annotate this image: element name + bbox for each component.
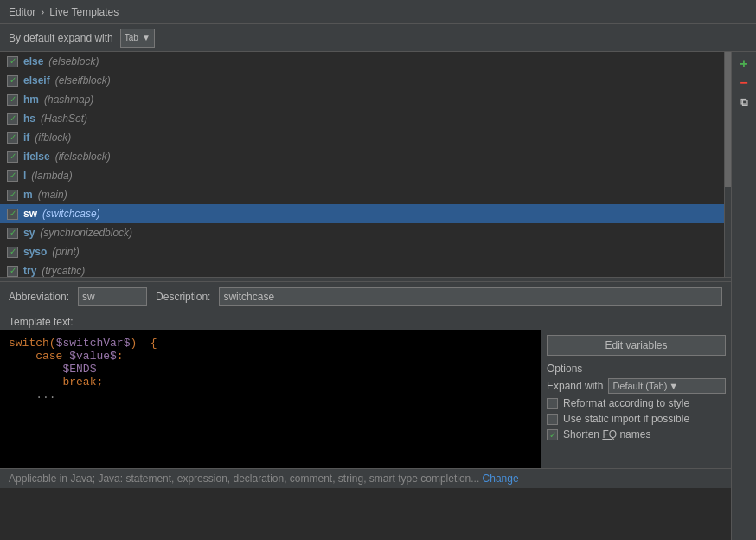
list-item-abbr: m [23, 189, 33, 201]
list-item-abbr: elseif [23, 74, 50, 87]
list-item-abbr: l [23, 170, 26, 182]
list-item-desc: (trycathc) [42, 265, 85, 277]
expand-with-dropdown[interactable]: Tab ▼ [120, 29, 155, 48]
bottom-panel: Abbreviation: Description: Template text… [0, 282, 731, 488]
static-import-label: Use static import if possible [563, 413, 689, 425]
template-list: else(elseblock)elseif(elseifblock)hm(has… [0, 52, 724, 277]
list-item-checkbox[interactable] [7, 228, 18, 239]
options-expand-label: Expand with [547, 380, 603, 392]
list-item-checkbox[interactable] [7, 132, 18, 144]
list-item-checkbox[interactable] [7, 266, 18, 277]
right-toolbar: + − ⧉ [731, 52, 756, 540]
list-item[interactable]: if(ifblock) [0, 128, 724, 147]
static-import-checkbox[interactable] [547, 414, 558, 425]
left-panel: else(elseblock)elseif(elseifblock)hm(has… [0, 52, 731, 540]
list-item-checkbox[interactable] [7, 190, 18, 201]
desc-label: Description: [156, 291, 210, 303]
abbr-label: Abbreviation: [9, 291, 69, 303]
list-item-abbr: if [23, 132, 29, 144]
list-item-checkbox[interactable] [7, 151, 18, 163]
list-item-abbr: sy [23, 227, 35, 239]
code-options-row: switch($switchVar$) { case $value$: $END… [0, 330, 731, 468]
list-item-abbr: syso [23, 246, 47, 258]
list-item-desc: (ifblock) [35, 132, 71, 144]
list-item[interactable]: else(elseblock) [0, 52, 724, 71]
list-item[interactable]: hs(HashSet) [0, 109, 724, 128]
list-item-desc: (main) [38, 189, 67, 201]
list-item-desc: (HashSet) [41, 112, 87, 125]
list-scrollbar[interactable] [724, 52, 731, 277]
list-item-desc: (lambda) [31, 170, 72, 182]
list-item[interactable]: syso(print) [0, 242, 724, 261]
change-link[interactable]: Change [483, 472, 519, 485]
list-item[interactable]: m(main) [0, 185, 724, 204]
applicable-row: Applicable in Java; Java: statement, exp… [0, 468, 731, 488]
reformat-option-row: Reformat according to style [547, 397, 726, 409]
list-item-checkbox[interactable] [7, 209, 18, 220]
remove-button[interactable]: − [735, 74, 753, 92]
desc-input[interactable] [219, 287, 722, 306]
list-item-desc: (switchcase) [42, 208, 100, 220]
options-label: Options [547, 363, 726, 375]
template-text-label: Template text: [0, 312, 731, 330]
options-expand-dropdown[interactable]: Default (Tab) ▼ [608, 378, 726, 394]
expand-with-label: By default expand with [9, 32, 113, 44]
list-item[interactable]: hm(hashmap) [0, 90, 724, 109]
list-item-abbr: try [23, 265, 36, 277]
list-item-desc: (ifelseblock) [55, 151, 111, 163]
list-item-checkbox[interactable] [7, 113, 18, 125]
abbr-input[interactable] [78, 287, 147, 306]
list-scrollbar-thumb [725, 52, 731, 187]
list-item-abbr: ifelse [23, 151, 50, 163]
list-item-checkbox[interactable] [7, 56, 18, 68]
shorten-checkbox[interactable] [547, 429, 558, 440]
list-item-checkbox[interactable] [7, 247, 18, 258]
code-editor[interactable]: switch($switchVar$) { case $value$: $END… [0, 330, 541, 468]
edit-variables-button[interactable]: Edit variables [547, 335, 726, 356]
list-item-abbr: sw [23, 208, 37, 220]
list-item[interactable]: ifelse(ifelseblock) [0, 147, 724, 166]
list-item-abbr: else [23, 55, 43, 68]
editor-link[interactable]: Editor [9, 6, 35, 18]
list-item-checkbox[interactable] [7, 170, 18, 182]
template-list-container: else(elseblock)elseif(elseifblock)hm(has… [0, 52, 731, 277]
list-item-desc: (hashmap) [44, 93, 93, 106]
shorten-label: Shorten FQ names [563, 428, 650, 440]
list-item-checkbox[interactable] [7, 94, 18, 106]
static-import-option-row: Use static import if possible [547, 413, 726, 425]
list-item[interactable]: sw(switchcase) [0, 204, 724, 223]
reformat-label: Reformat according to style [563, 397, 689, 409]
breadcrumb-separator: › [41, 6, 44, 18]
list-item[interactable]: try(trycathc) [0, 261, 724, 277]
options-panel: Edit variables Options Expand with Defau… [541, 330, 731, 468]
list-item-checkbox[interactable] [7, 75, 18, 87]
abbr-row: Abbreviation: Description: [0, 282, 731, 312]
copy-button[interactable]: ⧉ [735, 93, 753, 111]
options-expand-with-row: Expand with Default (Tab) ▼ [547, 378, 726, 394]
list-item-abbr: hs [23, 112, 35, 125]
list-item[interactable]: sy(synchronizedblock) [0, 223, 724, 242]
list-item-desc: (print) [52, 246, 79, 258]
expand-dropdown-arrow: ▼ [142, 33, 151, 42]
add-button[interactable]: + [735, 55, 753, 73]
list-item-desc: (elseblock) [48, 55, 99, 68]
shorten-option-row: Shorten FQ names [547, 428, 726, 440]
list-item[interactable]: l(lambda) [0, 166, 724, 185]
applicable-text: Applicable in Java; Java: statement, exp… [9, 472, 479, 485]
list-item-desc: (elseifblock) [55, 74, 111, 87]
expand-with-row: By default expand with Tab ▼ [0, 24, 756, 52]
list-item-abbr: hm [23, 93, 39, 106]
list-item[interactable]: elseif(elseifblock) [0, 71, 724, 90]
current-page: Live Templates [49, 6, 119, 18]
options-expand-arrow: ▼ [669, 381, 678, 391]
list-item-desc: (synchronizedblock) [40, 227, 132, 239]
main-layout: else(elseblock)elseif(elseifblock)hm(has… [0, 52, 756, 540]
breadcrumb: Editor › Live Templates [0, 0, 756, 24]
reformat-checkbox[interactable] [547, 398, 558, 409]
